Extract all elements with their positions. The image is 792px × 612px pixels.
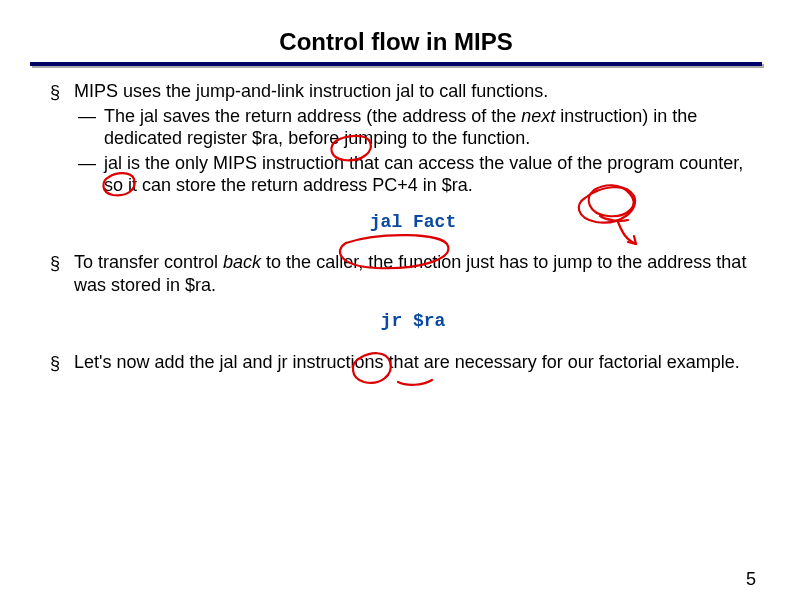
text-jal: jal — [396, 81, 414, 101]
bullet-2: To transfer control back to the caller, … — [40, 251, 752, 333]
text: to call functions. — [414, 81, 548, 101]
text-next: next — [521, 106, 555, 126]
slide: Control flow in MIPS MIPS uses the jump-… — [0, 0, 792, 612]
page-number: 5 — [746, 569, 756, 590]
text-ra: $ra, — [252, 128, 283, 148]
title-rule — [30, 62, 762, 66]
bullet-3: Let's now add the jal and jr instruction… — [40, 351, 752, 374]
bullet-1b: jal is the only MIPS instruction that ca… — [74, 152, 752, 197]
text: Let's now add the jal and jr instruction… — [74, 352, 740, 372]
text: To transfer control — [74, 252, 223, 272]
text: The jal saves the return address (the ad… — [104, 106, 521, 126]
code-jal-fact: jal Fact — [74, 211, 752, 234]
bullet-1: MIPS uses the jump-and-link instruction … — [40, 80, 752, 233]
code-jr-ra: jr $ra — [74, 310, 752, 333]
page-title: Control flow in MIPS — [0, 0, 792, 62]
text: MIPS uses the jump-and-link instruction — [74, 81, 396, 101]
text: before jumping to the function. — [283, 128, 530, 148]
slide-body: MIPS uses the jump-and-link instruction … — [40, 80, 752, 373]
text: jal is the only MIPS instruction that ca… — [104, 153, 743, 196]
text-back: back — [223, 252, 261, 272]
bullet-1a: The jal saves the return address (the ad… — [74, 105, 752, 150]
